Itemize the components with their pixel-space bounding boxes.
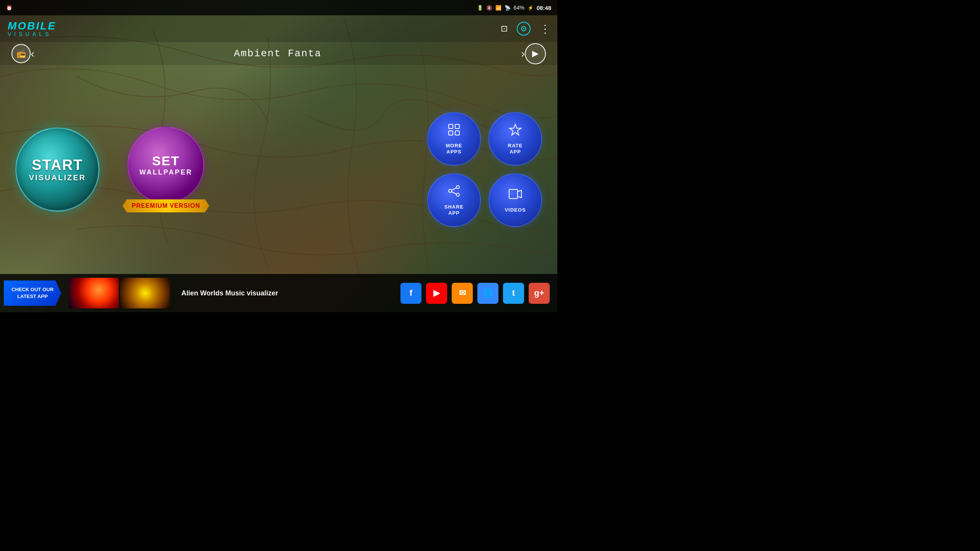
share-app-label: SHARE APP [444,204,464,216]
wallpaper-line2: WALLPAPER [139,168,193,176]
status-bar: ⏰ 🔋 🔇 📶 📡 64% ⚡ 08:48 [0,0,557,15]
svg-rect-0 [449,124,453,129]
battery-percent: 64% [514,5,524,11]
checkout-line2: LATEST APP [11,293,54,300]
videos-icon [508,187,522,204]
checkout-line1: CHECK OUT OUR [11,286,54,293]
svg-point-6 [449,189,452,192]
preview-image-2[interactable] [120,278,170,308]
start-visualizer-button[interactable]: START VISUALIZER [15,127,100,212]
preview-image-1[interactable] [69,278,119,308]
rate-app-button[interactable]: RATE APP [488,112,542,166]
app-header: MOBILE VISUALS ⊡ ⚙ ⋮ [0,15,557,42]
alarm-status-icon: ⏰ [6,5,12,11]
play-icon: ▶ [532,49,539,59]
share-app-button[interactable]: SHARE APP [427,173,481,227]
svg-marker-11 [518,190,521,198]
twitter-button[interactable]: t [503,283,524,304]
globe-icon: 🌐 [483,288,493,298]
music-bar: 📻 ‹ Ambient Fanta › ▶ [0,42,557,65]
app-logo: MOBILE VISUALS [8,21,56,37]
facebook-button[interactable]: f [400,283,421,304]
email-icon: ✉ [459,288,466,298]
right-action-buttons: MORE APPS RATE APP [427,112,542,227]
header-controls: ⊡ ⚙ ⋮ [501,22,550,36]
charge-icon: ⚡ [528,5,534,11]
mute-icon: 🔇 [486,5,492,11]
social-icons: f ▶ ✉ 🌐 t g+ [400,283,550,304]
app-preview-images [69,278,170,308]
radio-symbol: 📻 [16,49,26,58]
more-apps-label: MORE APPS [446,143,462,155]
youtube-button[interactable]: ▶ [426,283,447,304]
cast-icon[interactable]: ⊡ [501,24,508,34]
svg-rect-2 [449,131,453,135]
logo-visuals-text: VISUALS [8,31,56,37]
svg-line-8 [452,188,456,190]
play-button[interactable]: ▶ [525,43,546,64]
more-apps-button[interactable]: MORE APPS [427,112,481,166]
signal-icon: 📡 [505,5,511,11]
wallpaper-area: SET WALLPAPER PREEMIUM VERSION [122,127,209,212]
more-options-icon[interactable]: ⋮ [540,23,550,35]
gplus-icon: g+ [534,288,544,298]
globe-button[interactable]: 🌐 [477,283,498,304]
svg-point-7 [456,193,459,196]
svg-rect-10 [509,189,518,199]
rate-app-icon [508,123,522,140]
radio-icon[interactable]: 📻 [11,44,31,63]
battery-icon: 🔋 [477,5,483,11]
svg-line-9 [452,192,456,194]
more-apps-icon [447,123,461,140]
svg-rect-1 [455,124,459,129]
email-button[interactable]: ✉ [452,283,473,304]
wifi-icon: 📶 [495,5,501,11]
main-content: START VISUALIZER SET WALLPAPER PREEMIUM … [0,65,557,274]
status-left: ⏰ [6,5,12,11]
next-track-button[interactable]: › [521,47,525,60]
start-line2: VISUALIZER [29,173,86,182]
share-app-icon [447,184,461,201]
track-name: Ambient Fanta [34,48,521,59]
app-title: Alien Worlds Music visualizer [174,289,400,297]
gplus-button[interactable]: g+ [529,283,550,304]
videos-button[interactable]: VIDEOS [488,173,542,227]
twitter-icon: t [512,288,515,298]
status-right: 🔋 🔇 📶 📡 64% ⚡ 08:48 [477,5,551,11]
svg-rect-3 [455,131,459,135]
prev-track-button[interactable]: ‹ [31,47,34,60]
svg-point-5 [456,186,459,189]
settings-icon[interactable]: ⚙ [517,22,531,36]
wallpaper-line1: SET [152,153,180,168]
premium-badge[interactable]: PREEMIUM VERSION [122,199,209,212]
videos-label: VIDEOS [505,207,526,213]
start-line1: START [32,157,83,173]
set-wallpaper-button[interactable]: SET WALLPAPER [127,127,204,203]
bottom-bar: CHECK OUT OUR LATEST APP Alien Worlds Mu… [0,274,557,312]
logo-mobile-text: MOBILE [8,21,56,31]
svg-marker-4 [510,124,521,135]
youtube-icon: ▶ [433,288,440,298]
facebook-icon: f [410,288,412,298]
rate-app-label: RATE APP [508,143,523,155]
checkout-button[interactable]: CHECK OUT OUR LATEST APP [4,280,61,306]
time-display: 08:48 [537,5,551,11]
